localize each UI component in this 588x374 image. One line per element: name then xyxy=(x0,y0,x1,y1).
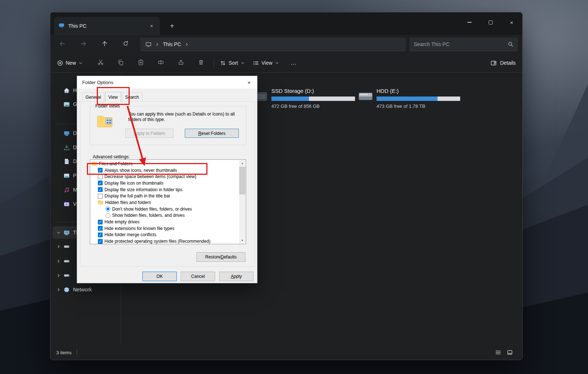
drive-tile-e[interactable]: HDD (E:)473 GB free of 1.78 TB xyxy=(358,88,460,109)
setting-row[interactable]: Display the full path in the title bar xyxy=(90,193,246,199)
checkbox-checked[interactable]: ✓ xyxy=(98,168,103,173)
maximize-button[interactable] xyxy=(482,16,499,29)
setting-label: Files and Folders xyxy=(99,161,133,166)
sidebar-item-network[interactable]: Network xyxy=(53,283,119,296)
dialog-close-icon[interactable]: × xyxy=(244,78,254,87)
refresh-button[interactable] xyxy=(120,38,131,50)
clipboard-actions xyxy=(93,56,208,69)
apply-button[interactable]: Apply xyxy=(219,272,253,281)
checkbox-checked[interactable]: ✓ xyxy=(98,226,103,231)
back-button[interactable] xyxy=(56,38,68,50)
scrollbar[interactable]: ▲ ▼ xyxy=(239,160,245,243)
scrollbar-thumb[interactable] xyxy=(239,167,245,194)
setting-row[interactable]: Don't show hidden files, folders, or dri… xyxy=(90,206,246,212)
setting-row[interactable]: ✓Hide protected operating system files (… xyxy=(90,238,246,244)
details-view-toggle-icon[interactable] xyxy=(495,350,501,355)
setting-row[interactable]: Decrease space between items (compact vi… xyxy=(90,173,246,180)
search-input[interactable] xyxy=(414,41,508,47)
scroll-up-icon[interactable]: ▲ xyxy=(239,160,245,166)
restore-defaults-button[interactable]: Restore Defaults xyxy=(196,252,245,262)
close-button[interactable]: × xyxy=(503,16,520,29)
address-bar[interactable]: This PC xyxy=(140,38,406,51)
new-icon xyxy=(57,60,63,66)
checkbox-checked[interactable]: ✓ xyxy=(98,239,103,244)
sort-label: Sort xyxy=(229,60,238,66)
chevron-right-icon[interactable] xyxy=(56,245,61,249)
chevron-down-icon xyxy=(275,61,279,65)
cut-button[interactable] xyxy=(93,56,107,69)
copy-button[interactable] xyxy=(114,56,127,69)
paste-button[interactable] xyxy=(134,56,148,69)
drive-tile-d[interactable]: SSD Storage (D:)472 GB free of 856 GB xyxy=(252,88,355,109)
chevron-right-icon[interactable] xyxy=(155,42,159,46)
home-icon xyxy=(64,87,70,94)
reset-folders-button[interactable]: Reset Folders xyxy=(185,129,239,138)
checkbox-unchecked[interactable] xyxy=(98,194,103,199)
apply-to-folders-button: Apply to Folders xyxy=(125,129,173,138)
sort-button[interactable]: Sort xyxy=(220,60,245,66)
dialog-tab-general[interactable]: General xyxy=(82,92,104,101)
dialog-tab-view[interactable]: View xyxy=(105,92,121,102)
ok-button[interactable]: OK xyxy=(142,272,177,281)
cancel-button[interactable]: Cancel xyxy=(181,272,215,281)
view-button[interactable]: View xyxy=(253,60,279,66)
scroll-down-icon[interactable]: ▼ xyxy=(239,237,245,243)
icons-view-toggle-icon[interactable] xyxy=(507,350,513,355)
setting-row[interactable]: ✓Hide folder merge conflicts xyxy=(90,232,246,238)
hdd-icon xyxy=(358,88,374,105)
network-icon xyxy=(64,287,70,293)
chevron-right-icon[interactable] xyxy=(56,259,61,263)
new-tab-button[interactable]: + xyxy=(167,20,177,31)
settings-group[interactable]: Hidden files and folders xyxy=(90,199,246,206)
setting-label: Hide folder merge conflicts xyxy=(104,232,156,237)
more-options-button[interactable]: … xyxy=(287,57,300,69)
delete-button[interactable] xyxy=(194,56,208,69)
rename-button[interactable] xyxy=(154,56,168,69)
forward-button[interactable] xyxy=(77,38,89,50)
radio-selected[interactable] xyxy=(106,207,110,211)
checkbox-checked[interactable]: ✓ xyxy=(98,220,103,224)
radio-unselected[interactable] xyxy=(106,213,110,218)
up-button[interactable] xyxy=(99,38,110,50)
pictures-icon xyxy=(64,173,70,179)
window-controls: × xyxy=(461,16,520,29)
dialog-tab-search[interactable]: Search xyxy=(122,92,142,101)
details-pane-button[interactable]: Details xyxy=(490,60,516,66)
breadcrumb-this-pc[interactable]: This PC xyxy=(163,41,181,47)
setting-row[interactable]: ✓Hide extensions for known file types xyxy=(90,225,246,232)
tab-this-pc[interactable]: This PC × xyxy=(54,17,160,35)
folder-views-legend: Folder views xyxy=(94,103,121,109)
details-label: Details xyxy=(500,60,516,66)
share-button[interactable] xyxy=(174,56,188,69)
checkbox-checked[interactable]: ✓ xyxy=(98,187,103,192)
new-button[interactable]: New xyxy=(57,60,83,66)
desktop-icon xyxy=(64,130,70,136)
checkbox-checked[interactable]: ✓ xyxy=(98,233,103,237)
drive-free-text: 473 GB free of 1.78 TB xyxy=(377,103,460,109)
setting-row[interactable]: Show hidden files, folders, and drives xyxy=(90,212,246,219)
checkbox-unchecked[interactable] xyxy=(98,174,103,179)
search-box[interactable] xyxy=(409,38,518,51)
setting-row[interactable]: ✓Always show icons, never thumbnails xyxy=(90,167,246,174)
checkbox-checked[interactable]: ✓ xyxy=(98,181,103,185)
sidebar-item-label: Network xyxy=(73,287,92,292)
folder-views-description: You can apply this view (such as Details… xyxy=(128,112,249,122)
setting-row[interactable]: ✓Display file icon on thumbnails xyxy=(90,180,246,186)
chevron-right-icon[interactable] xyxy=(185,42,189,46)
chevron-right-icon[interactable] xyxy=(56,273,61,277)
folder-icon xyxy=(92,161,97,166)
setting-row[interactable]: ✓Hide empty drives xyxy=(90,219,246,225)
documents-icon xyxy=(64,158,70,165)
tab-close-icon[interactable]: × xyxy=(148,22,156,30)
advanced-settings-list[interactable]: ▲ ▼ Files and Folders✓Always show icons,… xyxy=(90,159,246,244)
minimize-button[interactable] xyxy=(461,16,478,29)
setting-row[interactable]: ✓Display file size information in folder… xyxy=(90,186,246,193)
dialog-titlebar: Folder Options xyxy=(77,76,257,88)
setting-label: Display file size information in folder … xyxy=(104,187,182,192)
chevron-down-icon[interactable] xyxy=(56,231,61,235)
settings-group[interactable]: Files and Folders xyxy=(90,160,246,167)
videos-icon xyxy=(64,201,70,207)
search-icon[interactable] xyxy=(508,41,513,47)
chevron-right-icon[interactable] xyxy=(56,288,61,292)
items-count: 3 items xyxy=(56,350,72,355)
